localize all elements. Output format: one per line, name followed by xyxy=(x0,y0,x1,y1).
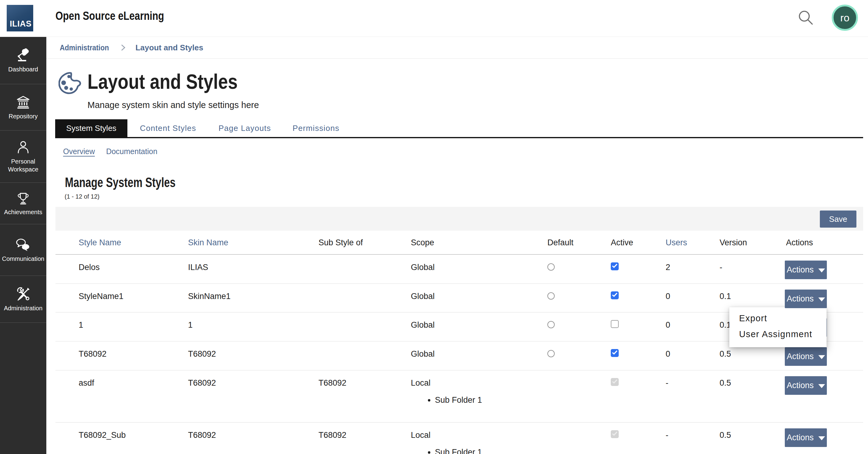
save-button[interactable]: Save xyxy=(820,210,857,228)
trophy-icon xyxy=(16,191,30,205)
person-icon xyxy=(16,140,30,155)
cell-skin-name: ILIAS xyxy=(188,255,318,285)
page-subtitle: Manage system skin and style settings he… xyxy=(88,100,259,110)
sidebar-item-administration[interactable]: Administration xyxy=(0,276,46,323)
ilias-logo[interactable]: ILIAS xyxy=(7,5,33,31)
sidebar-item-repository[interactable]: Repository xyxy=(0,84,46,131)
cell-version: - xyxy=(720,255,785,285)
actions-button[interactable]: Actions xyxy=(785,376,827,395)
active-checkbox[interactable] xyxy=(611,291,619,299)
cell-users: 0 xyxy=(665,312,720,342)
cell-active xyxy=(611,284,665,314)
active-checkbox[interactable] xyxy=(611,349,619,357)
cell-default-empty xyxy=(547,423,611,454)
cell-skin-name: 1 xyxy=(188,312,318,342)
cell-actions: Actions xyxy=(785,423,863,454)
sidebar-item-achievements[interactable]: Achievements xyxy=(0,183,46,224)
cell-sub-style-of xyxy=(318,284,411,314)
actions-button[interactable]: Actions xyxy=(785,261,827,279)
cell-style-name: Delos xyxy=(56,255,188,285)
cell-style-name: T68092 xyxy=(56,341,188,371)
cell-scope: Global xyxy=(411,284,547,314)
subtab-overview[interactable]: Overview xyxy=(63,147,95,155)
cell-style-name: StyleName1 xyxy=(56,284,188,314)
avatar[interactable]: ro xyxy=(832,5,858,31)
cell-active xyxy=(611,255,665,285)
cell-default xyxy=(547,341,611,371)
cell-skin-name: T68092 xyxy=(188,423,318,454)
caret-down-icon xyxy=(818,436,825,440)
default-radio[interactable] xyxy=(547,350,555,357)
cell-users: 2 xyxy=(665,255,720,285)
actions-button[interactable]: Actions xyxy=(785,428,827,447)
column-header-users[interactable]: Users xyxy=(665,231,720,254)
top-bar: ILIAS Open Source eLearning ro xyxy=(0,0,868,37)
actions-button-open[interactable]: Actions xyxy=(785,289,827,308)
cell-version: 0.5 xyxy=(720,423,785,454)
scope-sub-folder: Sub Folder 1 xyxy=(435,447,547,454)
cell-sub-style-of xyxy=(318,341,411,371)
cell-skin-name: SkinName1 xyxy=(188,284,318,314)
default-radio[interactable] xyxy=(547,292,555,300)
actions-button-label: Actions xyxy=(786,294,814,304)
tools-icon xyxy=(16,287,30,302)
caret-down-icon xyxy=(818,355,825,359)
table-row: Delos ILIAS Global 2 - Actions xyxy=(56,255,863,284)
default-radio[interactable] xyxy=(547,321,555,328)
sidebar-item-communication[interactable]: Communication xyxy=(0,224,46,276)
sidebar-item-label: Personal xyxy=(11,158,35,165)
site-title: Open Source eLearning xyxy=(56,9,164,23)
actions-button-label: Actions xyxy=(786,352,814,361)
speech-bubbles-icon xyxy=(16,237,31,252)
cell-default xyxy=(547,255,611,285)
scope-sub-folder: Sub Folder 1 xyxy=(435,395,547,405)
main-content: Administration Layout and Styles Layout … xyxy=(46,37,868,454)
breadcrumb: Administration Layout and Styles xyxy=(46,37,868,59)
chevron-right-icon xyxy=(120,43,126,52)
cell-active xyxy=(611,312,665,342)
cell-version: 0.5 xyxy=(720,370,785,422)
sidebar-item-label: Workspace xyxy=(8,166,38,173)
tab-system-styles[interactable]: System Styles xyxy=(55,119,127,137)
cell-users: 0 xyxy=(665,284,720,314)
tab-page-layouts[interactable]: Page Layouts xyxy=(219,119,271,137)
table-row: T68092_Sub T68092 T68092 Local Sub Folde… xyxy=(56,423,863,454)
actions-button[interactable]: Actions xyxy=(785,347,827,366)
dropdown-item-export[interactable]: Export xyxy=(729,310,827,326)
dropdown-item-user-assignment[interactable]: User Assignment xyxy=(729,326,827,342)
cell-style-name: T68092_Sub xyxy=(56,423,188,454)
active-checkbox[interactable] xyxy=(611,262,619,270)
subtab-bar: Overview Documentation xyxy=(63,147,157,156)
column-header-active: Active xyxy=(611,231,665,254)
caret-down-icon xyxy=(818,268,825,273)
subtab-documentation[interactable]: Documentation xyxy=(106,147,157,155)
active-checkbox-disabled xyxy=(611,378,619,386)
ilias-admin-page: ILIAS Open Source eLearning ro Dashboard xyxy=(0,0,868,454)
cell-users: - xyxy=(665,370,720,422)
search-button[interactable] xyxy=(798,10,814,26)
sidebar-item-label: Repository xyxy=(8,113,38,120)
column-header-sub-style-of: Sub Style of xyxy=(318,231,411,254)
cell-style-name: asdf xyxy=(56,370,188,422)
active-checkbox-disabled xyxy=(611,430,619,438)
tab-permissions[interactable]: Permissions xyxy=(292,119,340,137)
breadcrumb-layout-and-styles[interactable]: Layout and Styles xyxy=(135,43,203,53)
column-header-style-name[interactable]: Style Name xyxy=(56,231,188,254)
tab-bar: System Styles Content Styles Page Layout… xyxy=(55,119,863,138)
sidebar-item-personal-workspace[interactable]: Personal Workspace xyxy=(0,131,46,183)
active-checkbox[interactable] xyxy=(611,320,619,328)
cell-scope: Global xyxy=(411,341,547,371)
sidebar-item-dashboard[interactable]: Dashboard xyxy=(0,37,46,84)
cell-scope: Local Sub Folder 1 xyxy=(411,423,547,454)
tab-content-styles[interactable]: Content Styles xyxy=(140,119,196,137)
column-header-skin-name[interactable]: Skin Name xyxy=(188,231,318,254)
cell-default xyxy=(547,284,611,314)
scope-sub-list: Sub Folder 1 xyxy=(411,395,547,405)
caret-down-icon xyxy=(818,297,825,302)
default-radio[interactable] xyxy=(547,263,555,271)
breadcrumb-administration[interactable]: Administration xyxy=(60,43,109,53)
column-header-default: Default xyxy=(547,231,611,254)
cell-active xyxy=(611,423,665,454)
tab-underline xyxy=(55,137,863,138)
page-title: Layout and Styles xyxy=(88,70,238,93)
